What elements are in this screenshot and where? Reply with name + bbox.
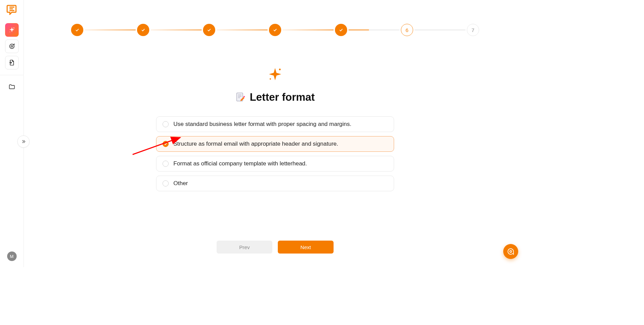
sidebar: M [0, 0, 24, 267]
step-1[interactable] [71, 24, 83, 36]
option-standard-business[interactable]: Use standard business letter format with… [156, 116, 394, 132]
page-title-row: Letter format [235, 91, 315, 103]
option-company-template[interactable]: Format as official company template with… [156, 156, 394, 172]
svg-point-5 [270, 78, 271, 80]
svg-point-3 [11, 46, 13, 47]
help-button[interactable] [503, 244, 518, 259]
option-formal-email[interactable]: Structure as formal email with appropria… [156, 136, 394, 152]
option-label: Structure as formal email with appropria… [173, 141, 338, 147]
option-label: Use standard business letter format with… [173, 121, 351, 128]
svg-point-13 [510, 250, 512, 253]
step-7[interactable]: 7 [467, 24, 479, 36]
option-label: Format as official company template with… [173, 160, 307, 167]
sidebar-item-import[interactable] [5, 56, 19, 69]
document-edit-icon [235, 92, 245, 102]
svg-point-1 [10, 32, 10, 32]
options-list: Use standard business letter format with… [156, 116, 394, 191]
step-6[interactable]: 6 [401, 24, 413, 36]
svg-point-10 [243, 96, 245, 97]
user-avatar[interactable]: M [7, 251, 17, 261]
step-3[interactable] [203, 24, 215, 36]
radio-icon [163, 180, 169, 186]
page-title: Letter format [250, 91, 315, 103]
prev-button[interactable]: Prev [217, 241, 272, 254]
sparkle-icon [268, 67, 283, 82]
sidebar-item-folder[interactable] [5, 80, 19, 94]
sidebar-item-target[interactable] [5, 39, 19, 53]
step-connector [349, 30, 400, 30]
app-root: M 6 [0, 0, 526, 267]
radio-icon [163, 161, 169, 167]
step-connector [85, 30, 136, 30]
radio-icon [163, 121, 169, 127]
step-connector [151, 30, 202, 30]
next-button[interactable]: Next [278, 241, 334, 254]
step-2[interactable] [137, 24, 149, 36]
step-label: 6 [406, 27, 408, 33]
radio-icon [163, 141, 169, 147]
option-label: Other [173, 180, 188, 187]
svg-point-4 [279, 69, 281, 70]
progress-stepper: 6 7 [71, 24, 479, 36]
step-connector [283, 30, 334, 30]
sidebar-divider [0, 75, 23, 75]
form-footer: Prev Next [217, 241, 334, 254]
step-label: 7 [472, 27, 474, 33]
avatar-initial: M [10, 254, 14, 259]
option-other[interactable]: Other [156, 176, 394, 191]
form-content: Letter format Use standard business lett… [156, 67, 394, 191]
step-5[interactable] [335, 24, 347, 36]
app-logo[interactable] [6, 4, 17, 15]
sidebar-item-ai[interactable] [5, 23, 19, 37]
step-connector [414, 30, 465, 30]
main-content: 6 7 [24, 0, 526, 267]
step-connector [217, 30, 268, 30]
svg-point-0 [13, 28, 14, 29]
step-4[interactable] [269, 24, 281, 36]
